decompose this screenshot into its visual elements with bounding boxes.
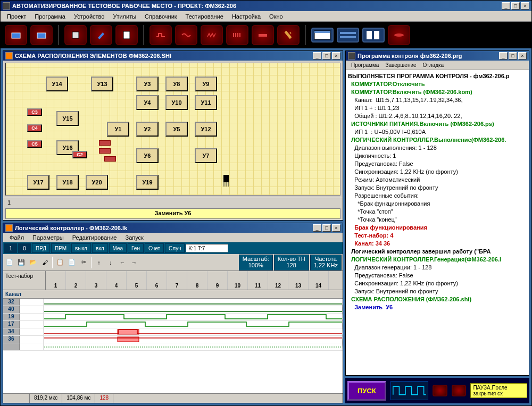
toolbutton-2[interactable] xyxy=(30,25,53,45)
chip-У3[interactable]: У3 xyxy=(136,77,159,91)
open-icon[interactable]: 📂 xyxy=(28,257,38,268)
pusk-button[interactable]: ПУСК xyxy=(347,381,386,401)
menu-utilities[interactable]: Утилиты xyxy=(109,12,140,21)
red-button-1[interactable] xyxy=(433,385,447,396)
btn-schet[interactable]: Счет xyxy=(145,243,164,253)
program-maximize-button[interactable]: □ xyxy=(509,52,517,60)
schema-maximize-button[interactable]: □ xyxy=(322,52,331,60)
program-console[interactable]: ВЫПОЛНЯЕТСЯ ПРОГРАММА КОНТРОЛЯ - фм362-2… xyxy=(346,70,529,375)
chip-У18[interactable]: У18 xyxy=(56,175,79,190)
new-icon[interactable]: 📄 xyxy=(4,257,15,268)
chip-У20[interactable]: У20 xyxy=(86,175,108,190)
toolbutton-3[interactable] xyxy=(64,25,87,45)
copy-icon[interactable]: 📋 xyxy=(55,257,65,268)
chip-У8[interactable]: У8 xyxy=(165,77,188,91)
chip-У15[interactable]: У15 xyxy=(56,111,79,126)
save-icon[interactable]: 💾 xyxy=(16,257,27,268)
program-titlebar[interactable]: Программа контроля фм362-206.prg _ □ × xyxy=(346,51,529,61)
toolbutton-1[interactable] xyxy=(5,25,27,45)
menu-settings[interactable]: Настройка xyxy=(228,12,265,21)
chip-У9[interactable]: У9 xyxy=(195,77,217,91)
chip-У12[interactable]: У12 xyxy=(195,122,217,137)
redchip-C3[interactable]: C3 xyxy=(27,108,42,116)
cut-icon[interactable]: ✂ xyxy=(78,257,89,268)
menu-device[interactable]: Устройство xyxy=(70,12,109,21)
chip-У2[interactable]: У2 xyxy=(136,122,159,137)
chip-У5[interactable]: У5 xyxy=(165,122,188,137)
logic-menu-edit[interactable]: Редактирование xyxy=(68,233,121,242)
menu-project[interactable]: Проект xyxy=(3,12,30,21)
toolbutton-last[interactable] xyxy=(388,25,410,45)
redchip-C2[interactable]: C2 xyxy=(72,151,87,158)
brush-icon[interactable]: 🖌 xyxy=(39,257,50,268)
logic-minimize-button[interactable]: _ xyxy=(313,224,321,232)
btn-1[interactable]: 1 xyxy=(4,243,17,253)
left-icon[interactable]: ← xyxy=(117,257,128,268)
logic-close-button[interactable]: × xyxy=(332,224,340,232)
down-icon[interactable]: ↓ xyxy=(105,257,116,268)
bluebutton-2[interactable] xyxy=(337,28,359,43)
btn-mea[interactable]: Меа xyxy=(109,243,127,253)
toolbutton-6[interactable] xyxy=(149,25,172,45)
chip-У7[interactable]: У7 xyxy=(195,148,217,163)
bluebutton-3[interactable] xyxy=(362,28,385,43)
chip-У10[interactable]: У10 xyxy=(165,95,188,110)
toolbutton-4[interactable] xyxy=(90,25,112,45)
btn-0[interactable]: 0 xyxy=(18,243,31,253)
schema-canvas[interactable]: У14У13У3У8У9У4У10У11У15У1У2У5У12У16У6У7У… xyxy=(5,63,340,196)
main-titlebar[interactable]: АВТОМАТИЗИРОВАННОЕ ТЕСТОВОЕ РАБОЧЕЕ МЕСТ… xyxy=(1,1,531,11)
toolbutton-8[interactable] xyxy=(201,25,223,45)
wave-row-32[interactable]: 32 xyxy=(3,299,343,306)
prog-menu-finish[interactable]: Завершение xyxy=(382,62,419,69)
minimize-button[interactable]: _ xyxy=(502,2,510,10)
btn-gen[interactable]: Ген xyxy=(128,243,144,253)
logic-menu-run[interactable]: Запуск xyxy=(121,233,147,242)
right-icon[interactable]: → xyxy=(129,257,139,268)
chip-У11[interactable]: У11 xyxy=(195,95,217,110)
chip-У1[interactable]: У1 xyxy=(107,122,129,137)
program-minimize-button[interactable]: _ xyxy=(499,52,508,60)
paste-icon[interactable]: 📄 xyxy=(66,257,77,268)
wave-row-40[interactable]: 40 xyxy=(3,306,343,314)
menu-reference[interactable]: Справочник xyxy=(140,12,181,21)
btn-vkl[interactable]: вкл xyxy=(92,243,108,253)
menu-testing[interactable]: Тестирование xyxy=(181,12,228,21)
close-button[interactable]: × xyxy=(521,2,529,10)
toolbutton-7[interactable] xyxy=(175,25,197,45)
chip-У13[interactable]: У13 xyxy=(91,77,113,91)
logic-maximize-button[interactable]: □ xyxy=(322,224,331,232)
wave-row-34[interactable]: 34 xyxy=(3,328,343,336)
wave-row-19[interactable]: 19 xyxy=(3,314,343,321)
wave-row-36[interactable]: 36 xyxy=(3,336,343,343)
program-close-button[interactable]: × xyxy=(518,52,527,60)
wave-row-17[interactable]: 17 xyxy=(3,321,343,328)
chip-У14[interactable]: У14 xyxy=(46,77,68,91)
chip-У19[interactable]: У19 xyxy=(136,175,159,190)
redchip-C4[interactable]: C4 xyxy=(27,124,42,132)
toolbutton-9[interactable] xyxy=(226,25,248,45)
schema-minimize-button[interactable]: _ xyxy=(313,52,321,60)
chip-У17[interactable]: У17 xyxy=(27,175,49,190)
bluebutton-1[interactable] xyxy=(311,28,334,43)
maximize-button[interactable]: □ xyxy=(511,2,520,10)
btn-sluch[interactable]: Случ xyxy=(165,243,185,253)
toolbutton-10[interactable] xyxy=(252,25,274,45)
logic-menu-file[interactable]: Файл xyxy=(5,233,28,242)
toolbutton-5[interactable] xyxy=(115,25,138,45)
logic-menu-params[interactable]: Параметры xyxy=(28,233,68,242)
schema-close-button[interactable]: × xyxy=(332,52,340,60)
logic-titlebar[interactable]: Логический контроллер - ФМ362-206.lk _ □… xyxy=(3,223,343,233)
prog-menu-program[interactable]: Программа xyxy=(348,62,382,69)
chip-У6[interactable]: У6 xyxy=(136,148,159,163)
redchip-C5[interactable]: C5 xyxy=(27,140,42,148)
btn-prd[interactable]: ПРД xyxy=(32,243,50,253)
up-icon[interactable]: ↑ xyxy=(94,257,104,268)
menu-program[interactable]: Программа xyxy=(30,12,70,21)
logic-grid[interactable]: Тест-набор 1234567891011121314 Канал 324… xyxy=(3,271,343,393)
chip-У4[interactable]: У4 xyxy=(136,95,159,110)
kt-input[interactable] xyxy=(186,244,228,252)
btn-vykl[interactable]: выкл xyxy=(71,243,91,253)
toolbutton-11[interactable] xyxy=(277,25,300,45)
menu-window[interactable]: Окно xyxy=(265,12,287,21)
prog-menu-debug[interactable]: Отладка xyxy=(420,62,447,69)
